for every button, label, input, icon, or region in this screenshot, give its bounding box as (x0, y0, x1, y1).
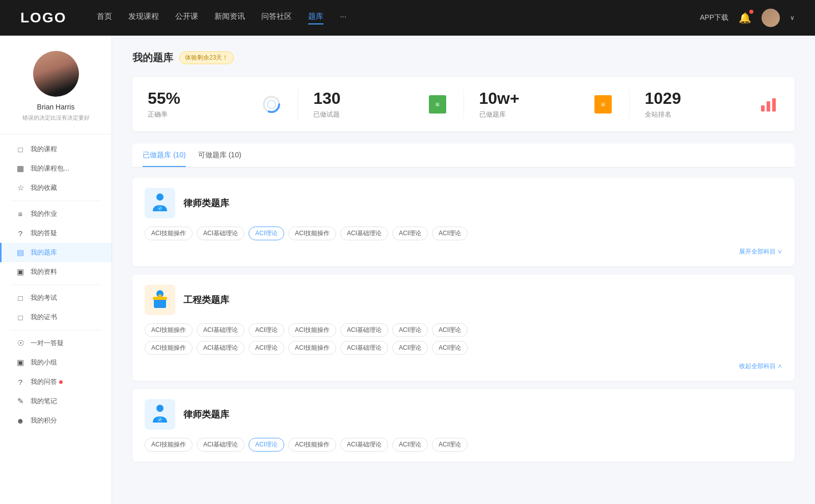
tag-item-active[interactable]: ACI理论 (249, 227, 284, 240)
avatar-chevron-icon[interactable]: ∨ (790, 14, 795, 21)
sidebar-item-one-to-one[interactable]: ☉ 一对一答疑 (0, 333, 112, 353)
stat-accuracy-text: 55% 正确率 (148, 89, 261, 119)
stat-done-questions-text: 130 已做试题 (313, 89, 426, 119)
expand-link-lawyer1[interactable]: 展开全部科目 ∨ (739, 248, 782, 255)
tag-item[interactable]: ACI基础理论 (340, 323, 388, 337)
sidebar-divider-2 (10, 285, 101, 285)
nav-question-bank[interactable]: 题库 (308, 12, 323, 24)
tag-item[interactable]: ACI基础理论 (340, 227, 388, 240)
sidebar-label-notes: 我的笔记 (31, 397, 57, 406)
bank-icon-lawyer1: ✓ (145, 188, 175, 218)
tab-available-banks[interactable]: 可做题库 (10) (198, 144, 241, 167)
sidebar-item-notes[interactable]: ✎ 我的笔记 (0, 391, 112, 411)
bank-section-lawyer1: ✓ 律师类题库 ACI技能操作 ACI基础理论 ACI理论 ACI技能操作 AC… (132, 178, 795, 266)
tag-item[interactable]: ACI技能操作 (145, 227, 193, 240)
nav-qa[interactable]: 问答社区 (261, 12, 292, 24)
sidebar-item-course-packages[interactable]: ▦ 我的课程包... (0, 159, 112, 178)
tag-item[interactable]: ACI理论 (392, 323, 428, 337)
sidebar-item-qa[interactable]: ? 我的答疑 (0, 223, 112, 243)
tag-item[interactable]: ACI基础理论 (340, 438, 388, 452)
courses-icon: □ (15, 145, 25, 154)
tag-item[interactable]: ACI基础理论 (340, 341, 388, 355)
nav-home[interactable]: 首页 (97, 12, 112, 24)
tag-item[interactable]: ACI技能操作 (145, 438, 193, 452)
tag-item[interactable]: ACI技能操作 (288, 438, 336, 452)
bank-tags-lawyer1: ACI技能操作 ACI基础理论 ACI理论 ACI技能操作 ACI基础理论 AC… (145, 227, 782, 240)
profile-name: Brian Harris (37, 103, 75, 111)
stat-rank-value: 1029 (645, 89, 758, 108)
tag-item[interactable]: ACI技能操作 (288, 323, 336, 337)
svg-rect-3 (761, 105, 765, 111)
stat-done-questions-label: 已做试题 (313, 110, 426, 119)
avatar[interactable] (762, 9, 780, 27)
tag-item[interactable]: ACI理论 (432, 227, 468, 240)
collapse-link-engineer[interactable]: 收起全部科目 ∧ (739, 362, 782, 370)
stat-done-banks: 10w+ 已做题库 (464, 89, 630, 119)
tag-item[interactable]: ACI理论 (392, 341, 428, 355)
sidebar-label-one-to-one: 一对一答疑 (31, 339, 64, 348)
bank-footer-lawyer1: 展开全部科目 ∨ (145, 246, 782, 256)
navbar: LOGO 首页 发现课程 公开课 新闻资讯 问答社区 题库 ··· APP下载 … (0, 0, 815, 36)
tag-item[interactable]: ACI技能操作 (145, 323, 193, 337)
svg-rect-4 (767, 101, 770, 111)
nav-open-course[interactable]: 公开课 (175, 12, 198, 24)
tag-item[interactable]: ACI技能操作 (288, 341, 336, 355)
sidebar-divider-1 (10, 201, 101, 201)
sidebar-item-homework[interactable]: ≡ 我的作业 (0, 204, 112, 223)
tag-item[interactable]: ACI理论 (432, 438, 468, 452)
stat-accuracy-label: 正确率 (148, 110, 261, 119)
sidebar-label-questions: 我的问答 (31, 377, 57, 386)
done-banks-icon (592, 94, 614, 115)
tag-item[interactable]: ACI基础理论 (197, 227, 244, 240)
sidebar-item-exams[interactable]: □ 我的考试 (0, 288, 112, 307)
tab-done-banks[interactable]: 已做题库 (10) (143, 144, 186, 167)
profile-avatar[interactable] (33, 51, 79, 97)
tag-item[interactable]: ACI技能操作 (288, 227, 336, 240)
sidebar-item-my-questions[interactable]: ? 我的问答 (0, 372, 112, 391)
sidebar-item-points[interactable]: ☻ 我的积分 (0, 411, 112, 430)
tag-item[interactable]: ACI理论 (249, 323, 284, 337)
nav-discover[interactable]: 发现课程 (128, 12, 159, 24)
profile-data-icon: ▣ (15, 267, 25, 276)
tag-item[interactable]: ACI理论 (432, 341, 468, 355)
app-download-button[interactable]: APP下载 (700, 13, 728, 22)
sidebar-item-my-courses[interactable]: □ 我的课程 (0, 139, 112, 159)
tag-item[interactable]: ACI理论 (432, 323, 468, 337)
tag-item[interactable]: ACI基础理论 (197, 438, 244, 452)
tag-item[interactable]: ACI理论 (249, 341, 284, 355)
tag-item[interactable]: ACI基础理论 (197, 323, 244, 337)
done-questions-icon (427, 94, 448, 115)
sidebar-label-points: 我的积分 (31, 416, 57, 425)
sidebar-item-favorites[interactable]: ☆ 我的收藏 (0, 178, 112, 198)
points-icon: ☻ (15, 416, 25, 425)
sidebar-profile: Brian Harris 错误的决定比没有决定要好 (0, 51, 112, 134)
homework-icon: ≡ (15, 210, 25, 218)
nav-news[interactable]: 新闻资讯 (214, 12, 245, 24)
notification-bell[interactable]: 🔔 (739, 12, 751, 24)
profile-motto: 错误的决定比没有决定要好 (22, 114, 90, 122)
notification-badge (749, 10, 753, 14)
stat-rank-text: 1029 全站排名 (645, 89, 758, 119)
tag-item[interactable]: ACI理论 (392, 438, 428, 452)
tabs-row: 已做题库 (10) 可做题库 (10) (132, 144, 795, 167)
tag-item[interactable]: ACI理论 (392, 227, 428, 240)
bank-header-lawyer1: ✓ 律师类题库 (145, 188, 782, 218)
page-wrapper: Brian Harris 错误的决定比没有决定要好 □ 我的课程 ▦ 我的课程包… (0, 36, 815, 504)
bank-tags-engineer-row2: ACI技能操作 ACI基础理论 ACI理论 ACI技能操作 ACI基础理论 AC… (145, 341, 782, 355)
sidebar-item-question-bank[interactable]: ▤ 我的题库 (0, 243, 112, 262)
bank-footer-engineer: 收起全部科目 ∧ (145, 361, 782, 371)
nav-menu: 首页 发现课程 公开课 新闻资讯 问答社区 题库 ··· (97, 12, 700, 24)
nav-more[interactable]: ··· (340, 12, 346, 24)
tag-item[interactable]: ACI基础理论 (197, 341, 244, 355)
sidebar-label-profile-data: 我的资料 (31, 267, 57, 276)
tag-item-active[interactable]: ACI理论 (249, 438, 284, 452)
sidebar-item-certificates[interactable]: □ 我的证书 (0, 307, 112, 327)
sidebar-label-certs: 我的证书 (31, 313, 57, 322)
rank-icon (758, 94, 779, 115)
lawyer2-icon: ✓ (149, 403, 171, 426)
sidebar-item-profile-data[interactable]: ▣ 我的资料 (0, 262, 112, 282)
sidebar-item-groups[interactable]: ▣ 我的小组 (0, 353, 112, 372)
svg-point-6 (156, 193, 164, 201)
tag-item[interactable]: ACI技能操作 (145, 341, 193, 355)
sidebar-divider-3 (10, 330, 101, 330)
